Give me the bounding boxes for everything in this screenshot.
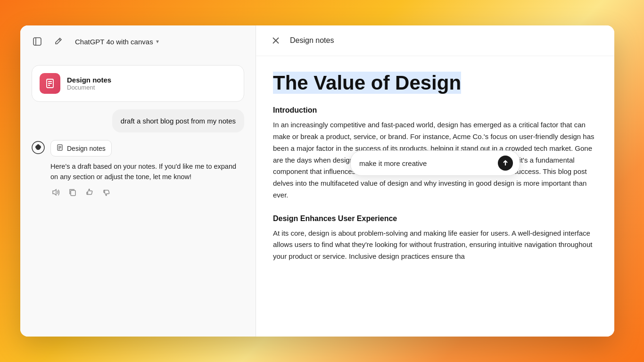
assistant-avatar-icon xyxy=(32,141,45,154)
section2-body: At its core, design is about problem-sol… xyxy=(273,228,597,263)
copy-button[interactable] xyxy=(67,187,78,197)
app-container: ChatGPT 4o with canvas ▾ Design notes xyxy=(20,25,614,337)
document-heading-area: The Value of Design xyxy=(273,71,597,95)
action-buttons xyxy=(50,187,244,197)
doc-pill-icon xyxy=(57,144,63,152)
thumbs-down-button[interactable] xyxy=(101,187,112,197)
right-content: The Value of Design Introduction In an i… xyxy=(256,56,614,337)
svg-rect-12 xyxy=(71,190,75,196)
design-notes-card[interactable]: Design notes Document xyxy=(32,65,244,102)
sidebar-toggle-button[interactable] xyxy=(30,34,45,49)
assistant-content: Design notes Here's a draft based on you… xyxy=(50,140,244,197)
doc-reference-pill[interactable]: Design notes xyxy=(50,140,112,156)
inline-prompt-send-button[interactable] xyxy=(498,156,513,171)
svg-marker-11 xyxy=(53,189,56,195)
thumbs-up-button[interactable] xyxy=(84,187,95,197)
document-heading: The Value of Design xyxy=(273,72,461,94)
model-name: ChatGPT 4o with canvas xyxy=(75,38,153,46)
document-icon-box xyxy=(40,73,60,94)
model-selector[interactable]: ChatGPT 4o with canvas ▾ xyxy=(71,36,163,48)
card-subtitle: Document xyxy=(67,84,111,91)
new-chat-button[interactable] xyxy=(50,34,66,49)
right-header: Design notes xyxy=(256,25,614,56)
design-notes-text: Design notes Document xyxy=(67,76,111,91)
doc-reference-label: Design notes xyxy=(67,145,106,152)
close-panel-button[interactable] xyxy=(269,34,282,47)
inline-prompt-bar xyxy=(350,150,520,176)
section2-title: Design Enhances User Experience xyxy=(273,214,597,223)
chevron-down-icon: ▾ xyxy=(156,38,159,45)
assistant-row: Design notes Here's a draft based on you… xyxy=(32,140,244,197)
speaker-button[interactable] xyxy=(50,187,61,197)
chat-area: Design notes Document draft a short blog… xyxy=(20,58,256,337)
left-header: ChatGPT 4o with canvas ▾ xyxy=(20,25,256,58)
right-panel: Design notes The Value of Design Introd xyxy=(256,25,614,337)
inline-prompt-input[interactable] xyxy=(359,159,493,167)
card-title: Design notes xyxy=(67,76,111,84)
svg-rect-0 xyxy=(33,38,41,45)
left-panel: ChatGPT 4o with canvas ▾ Design notes xyxy=(20,25,256,337)
assistant-response-text: Here's a draft based on your notes. If y… xyxy=(50,161,244,182)
panel-title: Design notes xyxy=(290,36,334,45)
user-message-bubble: draft a short blog post from my notes xyxy=(112,109,244,132)
intro-section-title: Introduction xyxy=(273,106,597,115)
